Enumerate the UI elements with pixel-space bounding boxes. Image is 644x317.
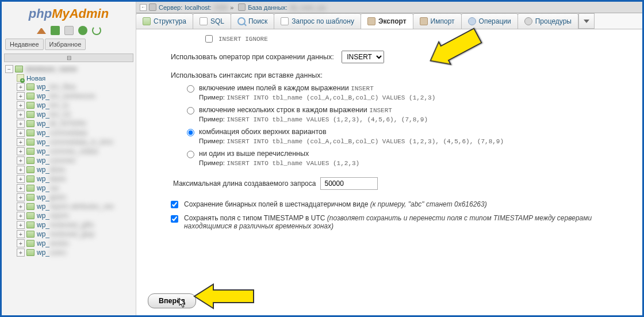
- table-icon: [26, 111, 34, 118]
- sidebar-item[interactable]: +wp_commediata_in_khm: [3, 138, 136, 147]
- expand-icon[interactable]: +: [17, 221, 25, 229]
- maxlen-input[interactable]: [320, 177, 378, 190]
- table-name-blur: resiloned_gifts: [49, 221, 94, 229]
- syntax-radio-none[interactable]: [187, 151, 194, 158]
- sidebar-item[interactable]: +wp_sexies: [3, 239, 136, 248]
- sidebar-item[interactable]: +wp_resiloned_gifts: [3, 220, 136, 230]
- nav-back-icon[interactable]: ←: [140, 4, 147, 11]
- expand-icon[interactable]: +: [17, 212, 25, 220]
- expand-icon[interactable]: +: [17, 83, 25, 91]
- table-icon: [26, 231, 34, 238]
- expand-icon[interactable]: +: [17, 129, 25, 137]
- table-icon: [26, 93, 34, 100]
- expand-icon[interactable]: +: [17, 230, 25, 238]
- sidebar-item[interactable]: +wp_bm_h3: [3, 110, 136, 119]
- expand-icon[interactable]: +: [17, 203, 25, 211]
- tab-structure[interactable]: Структура: [136, 13, 193, 29]
- stmt-select[interactable]: INSERT: [342, 51, 384, 63]
- db-name[interactable]: database_name: [25, 65, 77, 73]
- sidebar-item[interactable]: +wp_bm_filea: [3, 82, 136, 91]
- sidebar-item[interactable]: +wp_bll_INTERN: [3, 119, 136, 128]
- expand-icon[interactable]: +: [17, 193, 25, 201]
- search-icon: [237, 17, 246, 25]
- sidebar-item[interactable]: +wp_dloks: [3, 165, 136, 174]
- stmt-label: Использовать оператор при сохранении дан…: [171, 53, 334, 61]
- insert-ignore-checkbox[interactable]: [205, 35, 213, 43]
- table-name: wp_: [37, 83, 49, 91]
- logo[interactable]: phpMyAdmin: [2, 2, 136, 24]
- crumb-server[interactable]: localhost:: [185, 4, 211, 11]
- syntax-radio-both[interactable]: [187, 129, 194, 136]
- recent-button[interactable]: Недавнее: [5, 39, 44, 50]
- table-name: wp_: [37, 156, 49, 165]
- table-name-blur: commes: [49, 156, 75, 165]
- new-link[interactable]: Новая: [26, 75, 45, 82]
- sidebar-item[interactable]: +wp_commediata: [3, 128, 136, 138]
- expand-icon[interactable]: +: [17, 101, 25, 109]
- tab-sql[interactable]: SQL: [193, 13, 231, 29]
- table-name: wp_: [37, 166, 49, 174]
- crumb-db[interactable]: db_main_wp: [290, 4, 325, 11]
- expand-icon[interactable]: +: [17, 92, 25, 100]
- table-name: wp_: [37, 138, 49, 146]
- expand-icon[interactable]: +: [17, 147, 25, 155]
- table-name-blur: dloks: [49, 166, 66, 174]
- collapse-bar[interactable]: ⊟: [4, 54, 133, 62]
- expand-icon[interactable]: −: [5, 65, 13, 73]
- table-name-blur: bm_filea: [49, 83, 75, 91]
- tab-import[interactable]: Импорт: [413, 13, 462, 29]
- expand-icon[interactable]: +: [17, 175, 25, 183]
- sidebar-item[interactable]: +wp_glotm: [3, 193, 136, 202]
- table-icon: [26, 203, 34, 210]
- table-name-blur: bm_workexces: [49, 92, 95, 100]
- table-icon: [26, 249, 34, 256]
- reload-icon[interactable]: [92, 26, 101, 35]
- settings-icon[interactable]: [78, 26, 87, 35]
- table-name: wp_: [37, 184, 49, 192]
- tab-search[interactable]: Поиск: [231, 13, 274, 29]
- sidebar-item[interactable]: +wp_reprim: [3, 211, 136, 220]
- crumb-server-label: Сервер:: [159, 4, 182, 11]
- sidebar-item[interactable]: +wp_llatee: [3, 174, 136, 184]
- table-name-blur: reprim attributes_vex: [49, 203, 114, 211]
- expand-icon[interactable]: +: [17, 249, 25, 257]
- operations-icon: [468, 17, 476, 25]
- quick-icons: [2, 26, 136, 35]
- expand-icon[interactable]: +: [17, 110, 25, 119]
- table-icon: [26, 212, 34, 219]
- tab-operations[interactable]: Операции: [461, 13, 518, 29]
- syntax-label: Использовать синтаксис при вставке данны…: [171, 71, 631, 79]
- sidebar-item[interactable]: +wp_resiloned_glop: [3, 230, 136, 239]
- favorites-button[interactable]: Избранное: [45, 39, 86, 50]
- tab-export[interactable]: Экспорт: [361, 13, 413, 29]
- sidebar-item[interactable]: +wp_bm_workexces: [3, 91, 136, 101]
- home-icon[interactable]: [37, 25, 46, 34]
- docs-icon[interactable]: [64, 26, 74, 35]
- maxlen-label: Максимальная длина создаваемого запроса: [173, 179, 316, 188]
- expand-icon[interactable]: +: [17, 138, 25, 146]
- syntax-radio-multirow[interactable]: [187, 107, 194, 114]
- insert-ignore-label: INSERT IGNORE: [218, 36, 268, 43]
- sidebar-item[interactable]: +wp_ras: [3, 184, 136, 193]
- submit-button[interactable]: Вперёд: [148, 293, 196, 308]
- hex-checkbox[interactable]: [171, 201, 178, 208]
- logout-icon[interactable]: [51, 26, 60, 35]
- sidebar-item[interactable]: +wp_reprim attributes_vex: [3, 202, 136, 211]
- sidebar-item[interactable]: +wp_users: [3, 248, 136, 257]
- sidebar-item[interactable]: +wp_commes: [3, 156, 136, 165]
- expand-icon[interactable]: +: [17, 156, 25, 165]
- tab-more[interactable]: [578, 13, 595, 29]
- expand-icon[interactable]: +: [17, 120, 25, 128]
- main: ← Сервер: localhost: 3306 » База данных:…: [136, 2, 642, 315]
- tab-template[interactable]: Запрос по шаблону: [274, 13, 361, 29]
- syntax-radio-fields[interactable]: [187, 85, 194, 93]
- expand-icon[interactable]: +: [17, 239, 25, 247]
- tab-procedures[interactable]: Процедуры: [518, 13, 578, 29]
- expand-icon[interactable]: +: [17, 184, 25, 192]
- timestamp-utc-checkbox[interactable]: [171, 215, 178, 223]
- sidebar-item[interactable]: +wp_bm_to: [3, 101, 136, 110]
- sidebar-item[interactable]: +wp_commes_cidata: [3, 147, 136, 156]
- expand-icon[interactable]: +: [17, 166, 25, 174]
- table-name-blur: commediata: [49, 129, 87, 137]
- table-name: wp_: [37, 101, 49, 109]
